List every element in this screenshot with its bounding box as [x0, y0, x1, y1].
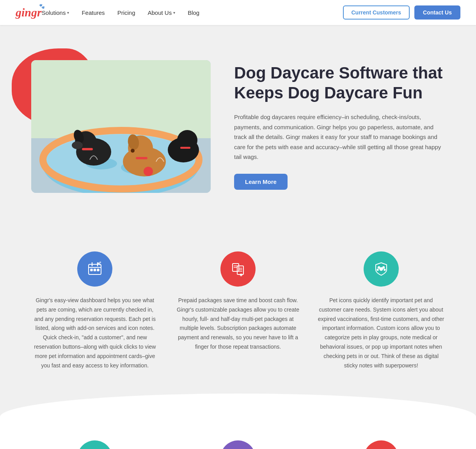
svg-rect-11: [82, 148, 93, 150]
feature-card-icons: Pet icons quickly identify important pet…: [317, 251, 445, 370]
svg-rect-27: [97, 269, 99, 271]
svg-rect-1: [31, 60, 211, 138]
svg-point-41: [377, 269, 378, 271]
hero-description: Profitable dog daycares require efficien…: [234, 112, 445, 162]
svg-point-17: [144, 167, 153, 176]
svg-point-39: [378, 267, 380, 269]
svg-rect-25: [91, 269, 92, 271]
chevron-down-icon: ▾: [67, 11, 69, 15]
dashboard-icon-circle: [77, 251, 112, 287]
nav-about[interactable]: About Us ▾: [147, 9, 175, 16]
learn-more-button[interactable]: Learn More: [234, 174, 288, 190]
nav-pricing[interactable]: Pricing: [117, 9, 135, 16]
nav-actions: Current Customers Contact Us: [343, 5, 461, 20]
feature-card-payments: Payments are fast and easy in Gingr. Mos…: [174, 440, 302, 449]
nav-links: Solutions ▾ Features Pricing About Us ▾ …: [42, 9, 343, 16]
hero-title: Dog Daycare Software that Keeps Dog Dayc…: [234, 63, 445, 103]
feature-packages-text: Prepaid packages save time and boost cas…: [174, 296, 302, 352]
feature-card-employee: Dog daycare employee management tools in…: [317, 440, 445, 449]
features-section-2: Gingr's online customer portal operates …: [0, 417, 476, 449]
svg-point-38: [380, 267, 383, 271]
portal-icon-circle: [77, 440, 112, 449]
paw-icon: 🐾: [39, 4, 45, 9]
features-section-1: Gingr's easy-view dashboard helps you se…: [0, 228, 476, 394]
feature-dashboard-text: Gingr's easy-view dashboard helps you se…: [31, 296, 159, 370]
chevron-down-icon: ▾: [173, 11, 175, 15]
curve-separator: [0, 394, 476, 417]
navbar: gingr 🐾 Solutions ▾ Features Pricing Abo…: [0, 0, 476, 25]
svg-rect-16: [136, 157, 147, 159]
icons-icon-circle: [364, 251, 399, 287]
svg-point-29: [100, 262, 101, 263]
features-grid-2: Gingr's online customer portal operates …: [31, 440, 445, 449]
svg-point-40: [382, 267, 384, 269]
feature-card-portal: Gingr's online customer portal operates …: [31, 440, 159, 449]
hero-section: Dog Daycare Software that Keeps Dog Dayc…: [0, 25, 476, 228]
feature-icons-text: Pet icons quickly identify important pet…: [317, 296, 445, 370]
svg-point-10: [72, 141, 83, 149]
package-icon: [229, 260, 247, 278]
current-customers-button[interactable]: Current Customers: [343, 5, 410, 20]
hero-image-wrapper: [31, 60, 211, 193]
contact-us-button[interactable]: Contact Us: [414, 5, 460, 20]
svg-point-42: [384, 269, 385, 271]
features-grid-1: Gingr's easy-view dashboard helps you se…: [31, 251, 445, 370]
svg-point-15: [131, 149, 135, 153]
nav-blog[interactable]: Blog: [188, 9, 199, 16]
svg-point-30: [99, 264, 100, 265]
shield-paw-icon: [373, 260, 390, 278]
svg-rect-26: [94, 269, 96, 271]
svg-point-28: [98, 263, 99, 264]
nav-solutions[interactable]: Solutions ▾: [42, 9, 69, 16]
hero-content: Dog Daycare Software that Keeps Dog Dayc…: [234, 63, 445, 189]
employee-icon-circle: [364, 440, 399, 449]
svg-rect-32: [237, 266, 243, 274]
packages-icon-circle: [220, 251, 256, 287]
hero-image: [31, 60, 211, 193]
calendar-icon: [86, 260, 103, 278]
nav-features[interactable]: Features: [82, 9, 105, 16]
payments-icon-circle: [220, 440, 256, 449]
feature-card-dashboard: Gingr's easy-view dashboard helps you se…: [31, 251, 159, 370]
logo[interactable]: gingr 🐾: [16, 6, 42, 19]
feature-card-packages: Prepaid packages save time and boost cas…: [174, 251, 302, 370]
svg-rect-20: [180, 147, 190, 149]
